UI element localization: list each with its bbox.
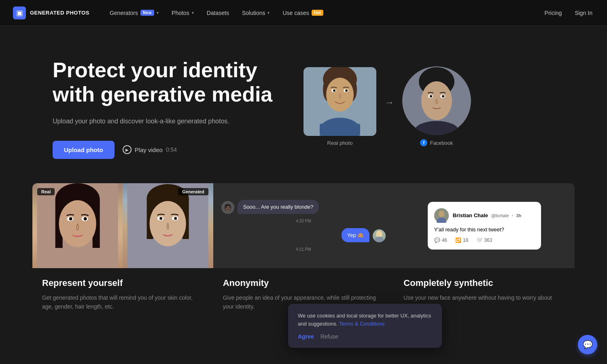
card-face-real: Real bbox=[32, 183, 123, 268]
tweet-user-info: Bristian Chale @bchale · 3h bbox=[453, 212, 535, 218]
svg-point-6 bbox=[326, 78, 354, 112]
hero-subtitle: Upload your photo and discover look-a-li… bbox=[53, 116, 279, 126]
chat-bubble-left: Sooo... Are you really blonde? bbox=[238, 200, 319, 214]
chat-bubble-right: Yep 🙈 bbox=[342, 228, 370, 242]
chat-avatar-2 bbox=[373, 229, 386, 242]
nav-generators-label: Generators bbox=[110, 10, 138, 16]
tweet-actions: 💬 46 🔁 18 🤍 363 bbox=[434, 237, 535, 243]
logo[interactable]: ▣ GENERATED PHOTOS bbox=[13, 6, 89, 19]
refuse-button[interactable]: Refuse bbox=[320, 333, 338, 340]
nav-solutions-label: Solutions bbox=[242, 10, 265, 16]
tweet-likes: 🤍 363 bbox=[476, 237, 492, 243]
card-represent-desc: Get generated photos that will remind yo… bbox=[42, 293, 204, 311]
chat-message-1: 🧑🏿 Sooo... Are you really blonde? bbox=[221, 200, 386, 214]
card-represent-content: Represent yourself Get generated photos … bbox=[32, 268, 213, 326]
facebook-icon: f bbox=[420, 139, 427, 146]
chat-support-icon: 💬 bbox=[583, 340, 593, 349]
nav-datasets-label: Datasets bbox=[207, 10, 229, 16]
svg-rect-12 bbox=[320, 124, 360, 136]
nav-links: Generators New ▾ Photos ▾ Datasets Solut… bbox=[104, 6, 543, 19]
svg-point-28 bbox=[69, 217, 72, 220]
tweet-card: Bristian Chale @bchale · 3h Y'all ready … bbox=[428, 202, 541, 250]
card-anonymity-title: Anonymity bbox=[223, 278, 384, 288]
nav-item-generators[interactable]: Generators New ▾ bbox=[104, 6, 164, 19]
retweet-icon: 🔁 bbox=[455, 237, 461, 243]
chevron-down-icon: ▾ bbox=[157, 11, 159, 15]
real-photo-label: Real photo bbox=[327, 140, 353, 146]
tweet-comments: 💬 46 bbox=[434, 237, 447, 243]
play-video-label: Play video bbox=[135, 146, 163, 153]
tweet-header: Bristian Chale @bchale · 3h bbox=[434, 208, 535, 223]
nav-item-datasets[interactable]: Datasets bbox=[201, 6, 235, 19]
logo-icon: ▣ bbox=[13, 6, 26, 19]
svg-point-19 bbox=[442, 95, 444, 97]
tag-real: Real bbox=[37, 188, 55, 195]
hero-right: Real photo → bbox=[304, 58, 471, 146]
hero-left: Protect your identity with generative me… bbox=[53, 58, 279, 159]
svg-point-43 bbox=[439, 211, 444, 217]
tweet-text: Y'all ready for this next tweet? bbox=[434, 226, 535, 233]
nav-item-use-cases[interactable]: Use cases Hot bbox=[277, 6, 329, 19]
cookie-actions: Agree Refuse bbox=[298, 333, 432, 340]
upload-photo-button[interactable]: Upload photo bbox=[53, 141, 115, 159]
cookie-banner: We use cookies and local storage for bet… bbox=[288, 304, 442, 348]
real-photo-container: Real photo bbox=[304, 67, 376, 146]
generated-photo-container: f Facebook bbox=[402, 66, 471, 146]
svg-point-18 bbox=[430, 95, 432, 97]
svg-point-37 bbox=[159, 217, 162, 220]
like-icon: 🤍 bbox=[476, 237, 482, 243]
hero-title: Protect your identity with generative me… bbox=[53, 58, 279, 107]
chat-support-button[interactable]: 💬 bbox=[578, 335, 597, 354]
video-duration: 0:54 bbox=[166, 146, 177, 153]
chat-avatar-1: 🧑🏿 bbox=[221, 201, 234, 214]
navigation: ▣ GENERATED PHOTOS Generators New ▾ Phot… bbox=[0, 0, 607, 26]
tag-generated: Generated bbox=[178, 188, 208, 195]
nav-item-solutions[interactable]: Solutions ▾ bbox=[236, 6, 276, 19]
chat-time-2: 4:21 PM bbox=[296, 247, 311, 252]
svg-point-10 bbox=[345, 89, 348, 92]
nav-signin-link[interactable]: Sign In bbox=[573, 6, 594, 19]
terms-conditions-link[interactable]: Terms & Conditions bbox=[339, 321, 385, 327]
tweet-retweets: 🔁 18 bbox=[455, 237, 468, 243]
svg-point-9 bbox=[333, 89, 335, 92]
card-synthetic-image: Bristian Chale @bchale · 3h Y'all ready … bbox=[394, 183, 575, 268]
logo-text: GENERATED PHOTOS bbox=[30, 10, 89, 16]
nav-pricing-link[interactable]: Pricing bbox=[543, 6, 564, 19]
nav-generators-badge: New bbox=[140, 10, 154, 16]
play-icon: ▶ bbox=[123, 145, 132, 154]
arrow-icon: → bbox=[384, 97, 394, 108]
tweet-avatar bbox=[434, 208, 449, 223]
play-video-button[interactable]: ▶ Play video 0:54 bbox=[123, 145, 177, 154]
agree-button[interactable]: Agree bbox=[298, 333, 314, 340]
nav-photos-label: Photos bbox=[172, 10, 189, 16]
comment-icon: 💬 bbox=[434, 237, 440, 243]
card-represent: Real bbox=[32, 183, 213, 326]
hero-section: Protect your identity with generative me… bbox=[20, 26, 587, 183]
chat-time-1: 4:20 PM bbox=[296, 219, 311, 223]
facebook-label: f Facebook bbox=[420, 139, 453, 146]
card-represent-image: Real bbox=[32, 183, 213, 268]
svg-point-29 bbox=[84, 217, 87, 220]
real-photo bbox=[304, 67, 376, 136]
nav-item-photos[interactable]: Photos ▾ bbox=[166, 6, 200, 19]
nav-right: Pricing Sign In bbox=[543, 6, 594, 19]
generated-photo bbox=[402, 66, 471, 135]
chevron-down-icon: ▾ bbox=[192, 11, 194, 15]
tweet-name: Bristian Chale @bchale · 3h bbox=[453, 212, 535, 218]
nav-use-cases-badge: Hot bbox=[312, 10, 323, 16]
chat-message-2: Yep 🙈 bbox=[221, 228, 386, 242]
card-represent-title: Represent yourself bbox=[42, 278, 204, 288]
chevron-down-icon: ▾ bbox=[267, 11, 270, 15]
card-synthetic-title: Completely synthetic bbox=[403, 278, 565, 288]
card-face-generated: Generated bbox=[123, 183, 213, 268]
cookie-text: We use cookies and local storage for bet… bbox=[298, 312, 432, 328]
svg-point-38 bbox=[174, 217, 177, 220]
card-anonymity-image: 🧑🏿 Sooo... Are you really blonde? 4:20 P… bbox=[213, 183, 394, 268]
nav-use-cases-label: Use cases bbox=[282, 10, 309, 16]
svg-point-15 bbox=[421, 81, 452, 120]
hero-actions: Upload photo ▶ Play video 0:54 bbox=[53, 141, 279, 159]
